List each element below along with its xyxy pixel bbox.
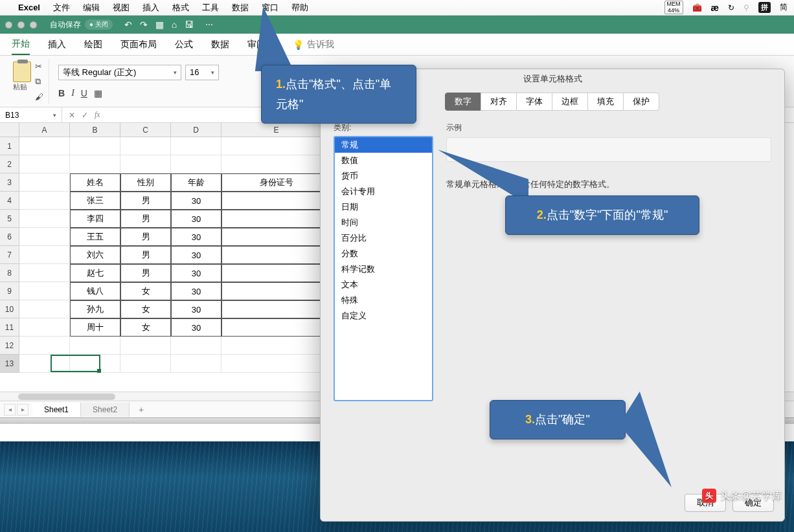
- cell[interactable]: 30: [171, 210, 221, 228]
- cell[interactable]: 刘六: [70, 246, 120, 264]
- cell[interactable]: [221, 318, 332, 337]
- font-size-select[interactable]: 16▾: [185, 65, 219, 80]
- cell[interactable]: 李四: [70, 210, 120, 228]
- cell[interactable]: 性别: [120, 173, 171, 192]
- col-header-B[interactable]: B: [70, 123, 120, 137]
- dialog-tab-align[interactable]: 对齐: [481, 93, 517, 111]
- cell[interactable]: 姓名: [70, 173, 120, 192]
- cell[interactable]: 女: [120, 318, 171, 337]
- cell[interactable]: [19, 246, 70, 264]
- cell[interactable]: [171, 137, 221, 155]
- category-item[interactable]: 自定义: [335, 308, 432, 324]
- save-icon[interactable]: ▦: [155, 19, 164, 30]
- cell[interactable]: [221, 337, 332, 355]
- cell[interactable]: 30: [171, 282, 221, 300]
- row-header-13[interactable]: 13: [0, 355, 19, 373]
- home-icon[interactable]: ⌂: [172, 19, 177, 30]
- cell[interactable]: 身份证号: [221, 173, 332, 192]
- format-painter-icon[interactable]: 🖌: [35, 92, 43, 102]
- cell[interactable]: [19, 192, 70, 210]
- paste-icon[interactable]: [13, 61, 31, 82]
- cell[interactable]: [19, 264, 70, 282]
- menu-file[interactable]: 文件: [53, 2, 70, 14]
- cell[interactable]: [120, 137, 171, 155]
- cell[interactable]: 30: [171, 192, 221, 210]
- category-item[interactable]: 特殊: [335, 293, 432, 308]
- cell[interactable]: 30: [171, 318, 221, 337]
- bold-button[interactable]: B: [58, 88, 65, 98]
- cell[interactable]: 男: [120, 228, 171, 246]
- cell[interactable]: [19, 173, 70, 192]
- cell[interactable]: [120, 337, 171, 355]
- border-button[interactable]: ▦: [94, 88, 102, 98]
- tab-insert[interactable]: 插入: [48, 35, 66, 54]
- category-item[interactable]: 货币: [335, 168, 432, 184]
- fx-icon[interactable]: fx: [95, 110, 100, 120]
- bluetooth-icon[interactable]: ⚲: [743, 3, 749, 12]
- menu-format[interactable]: 格式: [172, 2, 189, 14]
- row-header-11[interactable]: 11: [0, 318, 19, 337]
- accept-formula-icon[interactable]: ✓: [82, 111, 88, 120]
- cell[interactable]: 女: [120, 300, 171, 318]
- autosave-toggle[interactable]: ● 关闭: [85, 19, 113, 30]
- cells-grid[interactable]: 姓名性别年龄身份证号张三男30李四男30王五男30刘六男30赵七男30钱八女30…: [19, 137, 332, 373]
- tab-formulas[interactable]: 公式: [175, 35, 193, 54]
- cell[interactable]: [221, 210, 332, 228]
- cell[interactable]: 钱八: [70, 282, 120, 300]
- cell[interactable]: [70, 355, 120, 373]
- menu-edit[interactable]: 编辑: [83, 2, 100, 14]
- cell[interactable]: 男: [120, 210, 171, 228]
- cell[interactable]: [221, 264, 332, 282]
- cell[interactable]: [171, 155, 221, 173]
- tab-draw[interactable]: 绘图: [84, 35, 102, 54]
- row-header-7[interactable]: 7: [0, 246, 19, 264]
- cell[interactable]: [221, 192, 332, 210]
- category-item[interactable]: 常规: [335, 137, 432, 153]
- category-item[interactable]: 日期: [335, 199, 432, 215]
- italic-button[interactable]: I: [71, 88, 74, 98]
- cell[interactable]: [19, 155, 70, 173]
- cell[interactable]: [171, 355, 221, 373]
- cancel-formula-icon[interactable]: ✕: [69, 111, 75, 120]
- cell[interactable]: 30: [171, 300, 221, 318]
- add-sheet-button[interactable]: +: [130, 405, 153, 415]
- cell[interactable]: [19, 355, 70, 373]
- dialog-tab-protect[interactable]: 保护: [623, 93, 659, 111]
- cell[interactable]: 周十: [70, 318, 120, 337]
- menu-tools[interactable]: 工具: [202, 2, 219, 14]
- undo-icon[interactable]: ↶: [124, 19, 132, 30]
- tab-layout[interactable]: 页面布局: [120, 35, 157, 54]
- category-item[interactable]: 时间: [335, 215, 432, 230]
- cell[interactable]: [221, 155, 332, 173]
- menu-help[interactable]: 帮助: [291, 2, 308, 14]
- cell[interactable]: 女: [120, 282, 171, 300]
- ae-icon[interactable]: æ: [711, 3, 719, 13]
- column-headers[interactable]: ABCDE: [19, 123, 332, 137]
- row-header-3[interactable]: 3: [0, 173, 19, 192]
- cell[interactable]: 孙九: [70, 300, 120, 318]
- tab-home[interactable]: 开始: [12, 34, 30, 55]
- dialog-tab-border[interactable]: 边框: [552, 93, 588, 111]
- row-header-1[interactable]: 1: [0, 137, 19, 155]
- dialog-tab-fill[interactable]: 填充: [587, 93, 624, 111]
- cell[interactable]: [19, 137, 70, 155]
- col-header-C[interactable]: C: [120, 123, 171, 137]
- dialog-tab-font[interactable]: 字体: [516, 93, 552, 111]
- category-item[interactable]: 百分比: [335, 230, 432, 246]
- category-item[interactable]: 科学记数: [335, 261, 432, 277]
- col-header-E[interactable]: E: [221, 123, 332, 137]
- row-header-6[interactable]: 6: [0, 228, 19, 246]
- dialog-tab-number[interactable]: 数字: [445, 93, 481, 111]
- cell[interactable]: [120, 355, 171, 373]
- row-header-10[interactable]: 10: [0, 300, 19, 318]
- sheet-tab-1[interactable]: Sheet1: [32, 403, 81, 417]
- cell[interactable]: [19, 300, 70, 318]
- input-method-icon[interactable]: 拼: [758, 2, 771, 13]
- cell[interactable]: 男: [120, 246, 171, 264]
- category-item[interactable]: 数值: [335, 153, 432, 168]
- cell[interactable]: [19, 337, 70, 355]
- toolbox-icon[interactable]: 🧰: [692, 3, 702, 12]
- cell[interactable]: [19, 228, 70, 246]
- cell[interactable]: [221, 355, 332, 373]
- col-header-A[interactable]: A: [19, 123, 70, 137]
